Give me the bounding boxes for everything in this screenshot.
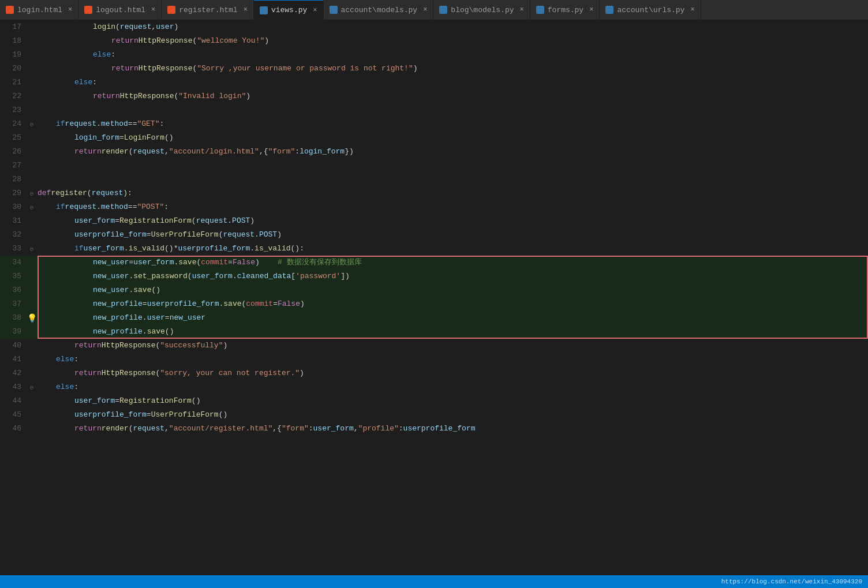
line-37: 37 new_profile = userprofile_form.save(c… — [0, 297, 868, 311]
py-icon-4 — [536, 6, 544, 14]
tab-views[interactable]: views.py × — [254, 0, 324, 20]
line-19: 19 else: — [0, 48, 868, 62]
tab-forms-close[interactable]: × — [589, 6, 593, 14]
tab-login-close[interactable]: × — [68, 6, 72, 14]
fold-icon-33: ⊖ — [30, 245, 34, 253]
status-bar: https://blog.csdn.net/weixin_43094320 — [0, 575, 868, 588]
line-27: 27 — [0, 159, 868, 173]
line-41: 41 else: — [0, 353, 868, 366]
fold-icon-24: ⊖ — [30, 121, 34, 128]
tab-account-urls[interactable]: account\urls.py × — [600, 0, 701, 20]
line-36: 36 new_user.save() — [0, 283, 868, 297]
tab-bar: login.html × logout.html × register.html… — [0, 0, 868, 20]
line-17: 17 login(request, user) — [0, 20, 868, 34]
tab-forms[interactable]: forms.py × — [530, 0, 600, 20]
tab-register-close[interactable]: × — [244, 6, 248, 14]
status-url: https://blog.csdn.net/weixin_43094320 — [721, 578, 862, 585]
line-44: 44 user_form = RegistrationForm() — [0, 394, 868, 408]
fold-icon-30: ⊖ — [30, 204, 34, 211]
tab-blog-models[interactable]: blog\models.py × — [433, 0, 530, 20]
line-25: 25 login_form = LoginForm() — [0, 131, 868, 145]
line-18: 18 return HttpResponse("wellcome You!") — [0, 34, 868, 48]
line-35: 35 new_user.set_password(user_form.clean… — [0, 269, 868, 283]
line-45: 45 userprofile_form = UserProfileForm() — [0, 408, 868, 422]
line-30: 30 ⊖ if request.method == "POST": — [0, 200, 868, 214]
html-icon — [6, 6, 14, 14]
line-21: 21 else: — [0, 76, 868, 89]
tab-account-urls-label: account\urls.py — [617, 6, 684, 14]
line-43: 43 ⊖ else: — [0, 380, 868, 394]
line-40: 40 return HttpResponse("successfully") — [0, 339, 868, 353]
tab-views-label: views.py — [271, 6, 307, 14]
tab-blog-models-label: blog\models.py — [451, 6, 514, 14]
tab-forms-label: forms.py — [548, 6, 583, 14]
line-29: 29 ⊖ def register(request): — [0, 186, 868, 200]
tab-logout-label: logout.html — [96, 6, 145, 14]
line-42: 42 return HttpResponse("sorry, your can … — [0, 366, 868, 380]
tab-views-close[interactable]: × — [313, 6, 317, 14]
tab-register-label: register.html — [179, 6, 237, 14]
py-icon-3 — [439, 6, 447, 14]
line-39: 39 new_profile.save() — [0, 325, 868, 339]
tab-logout-close[interactable]: × — [151, 6, 155, 14]
tab-logout[interactable]: logout.html × — [78, 0, 162, 20]
line-31: 31 user_form = RegistrationForm(request.… — [0, 214, 868, 228]
line-24: 24 ⊖ if request.method == "GET": — [0, 117, 868, 131]
line-20: 20 return HttpResponse("Sorry ,your user… — [0, 62, 868, 76]
line-23: 23 — [0, 103, 868, 117]
tab-blog-models-close[interactable]: × — [520, 6, 524, 14]
fold-icon-43: ⊖ — [30, 384, 34, 391]
line-26: 26 return render(request, "account/login… — [0, 145, 868, 159]
line-33: 33 ⊖ if user_form.is_valid()*userprofile… — [0, 242, 868, 256]
lightbulb-icon: 💡 — [27, 313, 37, 323]
py-icon-2 — [330, 6, 338, 14]
fold-icon-29: ⊖ — [30, 190, 34, 197]
line-46: 46 return render(request, "account/regis… — [0, 422, 868, 436]
tab-account-models[interactable]: account\models.py × — [324, 0, 434, 20]
line-22: 22 return HttpResponse("Invalid login") — [0, 89, 868, 103]
line-38: 38 💡 new_profile.user = new_user — [0, 311, 868, 325]
tab-login[interactable]: login.html × — [0, 0, 78, 20]
html-icon-2 — [84, 6, 92, 14]
tab-login-label: login.html — [17, 6, 62, 14]
py-icon — [260, 6, 268, 14]
editor: 17 login(request, user) 18 return HttpRe… — [0, 20, 868, 588]
py-icon-5 — [605, 6, 613, 14]
tab-account-models-label: account\models.py — [341, 6, 418, 14]
line-32: 32 userprofile_form = UserProfileForm(re… — [0, 228, 868, 242]
html-icon-3 — [167, 6, 175, 14]
tab-account-urls-close[interactable]: × — [690, 6, 694, 14]
tab-register[interactable]: register.html × — [162, 0, 254, 20]
line-34: 34 new_user = user_form.save(commit=Fals… — [0, 256, 868, 269]
line-28: 28 — [0, 173, 868, 186]
tab-account-models-close[interactable]: × — [423, 6, 427, 14]
